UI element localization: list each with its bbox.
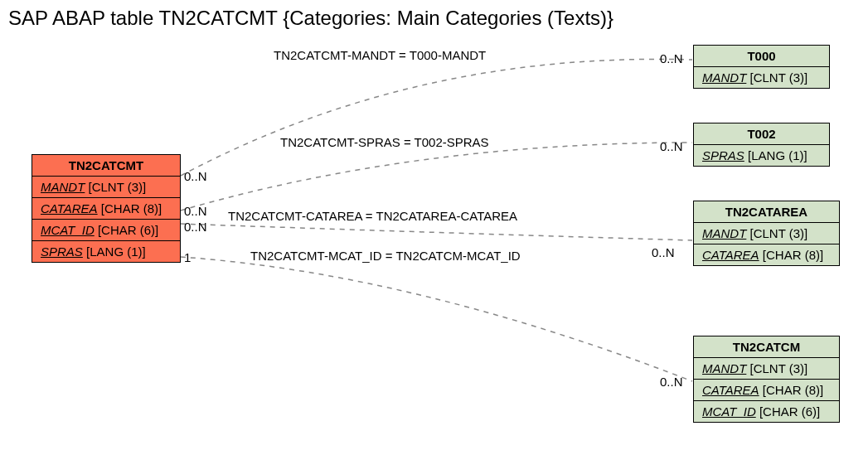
entity-field: MANDT [CLNT (3)]	[694, 223, 839, 244]
relation-label: TN2CATCMT-MCAT_ID = TN2CATCM-MCAT_ID	[250, 249, 521, 263]
entity-field: SPRAS [LANG (1)]	[694, 145, 829, 166]
entity-field: MANDT [CLNT (3)]	[694, 358, 839, 380]
cardinality: 0..N	[184, 169, 207, 183]
entity-tn2catarea: TN2CATAREA MANDT [CLNT (3)] CATAREA [CHA…	[693, 201, 840, 266]
entity-title: T000	[694, 46, 829, 67]
page-title: SAP ABAP table TN2CATCMT {Categories: Ma…	[8, 7, 613, 30]
entity-title: TN2CATCM	[694, 336, 839, 358]
entity-tn2catcm: TN2CATCM MANDT [CLNT (3)] CATAREA [CHAR …	[693, 336, 840, 423]
entity-field: MCAT_ID [CHAR (6)]	[32, 220, 180, 241]
cardinality: 1	[184, 250, 191, 264]
entity-title: T002	[694, 123, 829, 145]
entity-field: MANDT [CLNT (3)]	[32, 177, 180, 198]
relation-label: TN2CATCMT-MANDT = T000-MANDT	[274, 48, 486, 62]
entity-field: CATAREA [CHAR (8)]	[694, 244, 839, 265]
entity-tn2catcmt: TN2CATCMT MANDT [CLNT (3)] CATAREA [CHAR…	[32, 154, 181, 263]
entity-field: CATAREA [CHAR (8)]	[694, 380, 839, 401]
cardinality: 0..N	[660, 375, 683, 389]
cardinality: 0..N	[660, 139, 683, 153]
cardinality: 0..N	[660, 51, 683, 65]
entity-title: TN2CATAREA	[694, 201, 839, 223]
cardinality: 0..N	[652, 245, 675, 259]
entity-field: SPRAS [LANG (1)]	[32, 241, 180, 262]
entity-field: MCAT_ID [CHAR (6)]	[694, 401, 839, 422]
cardinality: 0..N	[184, 204, 207, 218]
entity-field: MANDT [CLNT (3)]	[694, 67, 829, 88]
cardinality: 0..N	[184, 220, 207, 234]
entity-t000: T000 MANDT [CLNT (3)]	[693, 45, 830, 89]
entity-title: TN2CATCMT	[32, 155, 180, 177]
entity-t002: T002 SPRAS [LANG (1)]	[693, 123, 830, 167]
relation-label: TN2CATCMT-SPRAS = T002-SPRAS	[280, 135, 489, 149]
relation-label: TN2CATCMT-CATAREA = TN2CATAREA-CATAREA	[228, 209, 517, 223]
entity-field: CATAREA [CHAR (8)]	[32, 198, 180, 220]
